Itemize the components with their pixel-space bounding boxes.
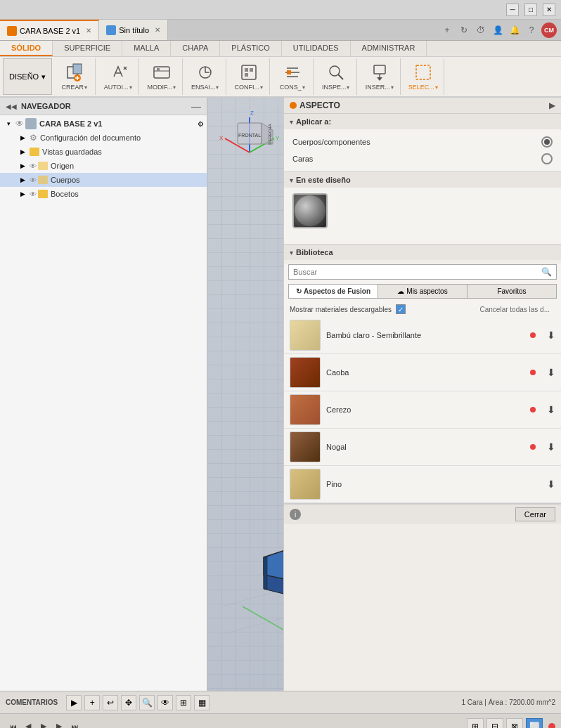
download-icon-caoba[interactable]: ⬇ [547, 367, 555, 378]
maximize-button[interactable]: □ [524, 4, 537, 16]
aspecto-panel: ASPECTO ▶ ▾ Aplicar a: Cuerpos/component… [283, 98, 561, 691]
nav-cube[interactable]: Z Y X FRONTAL DERECHA [218, 103, 278, 156]
svg-rect-10 [157, 68, 160, 71]
close-panel-button[interactable]: Cerrar [515, 507, 555, 521]
toolbar-item-autoi[interactable]: AUTOI... ▾ [101, 60, 136, 92]
download-icon-bambu[interactable]: ⬇ [547, 330, 555, 341]
nav-eye-bocetos[interactable]: 👁 [30, 190, 37, 198]
design-button[interactable]: DISEÑO ▾ [3, 58, 52, 95]
nav-item-cuerpos[interactable]: ▶ 👁 Cuerpos [0, 173, 207, 187]
move-button[interactable]: ✥ [121, 695, 136, 710]
download-icon-pino[interactable]: ⬇ [547, 479, 555, 490]
tab-chapa[interactable]: CHAPA [171, 41, 220, 56]
player-prev[interactable]: ◀ [21, 720, 35, 729]
nav-expand-vistas[interactable]: ▶ [17, 146, 28, 157]
tab-superficie[interactable]: SUPERFICIE [53, 41, 122, 56]
material-thumb-cerezo [290, 394, 321, 425]
list-item[interactable]: Bambú claro - Semibrillante ⬇ [284, 317, 561, 354]
player-tool-4-active[interactable]: ⬜ [526, 718, 543, 729]
lib-tab-favoritos[interactable]: Favoritos [468, 285, 556, 298]
mostrar-checkbox[interactable]: ✓ [396, 304, 406, 314]
search-input[interactable] [293, 268, 539, 276]
notification-button[interactable]: 🔔 [508, 23, 522, 37]
player-tool-1[interactable]: ⊞ [467, 718, 484, 729]
lib-tab-mis-label: Mis aspectos [406, 287, 447, 295]
user-avatar[interactable]: CM [541, 22, 557, 38]
list-item[interactable]: Cerezo ⬇ [284, 391, 561, 429]
toolbar-item-confi[interactable]: CONFI... ▾ [231, 60, 266, 92]
en-este-diseno-header[interactable]: ▾ En este diseño [284, 172, 561, 188]
material-preview[interactable] [292, 193, 328, 228]
view-button[interactable]: 👁 [157, 695, 173, 710]
svg-text:Z: Z [250, 110, 254, 116]
list-item[interactable]: Pino ⬇ [284, 466, 561, 503]
toolbar-item-crear[interactable]: CREAR ▾ [57, 60, 92, 92]
viewport[interactable]: Z Y X FRONTAL DERECHA [207, 98, 283, 691]
list-item[interactable]: Nogal ⬇ [284, 429, 561, 466]
lib-tab-fusion[interactable]: ↻ Aspectos de Fusion [289, 285, 378, 298]
new-tab-button[interactable]: + [440, 23, 454, 37]
toolbar-item-inser[interactable]: INSER... ▾ [362, 60, 397, 92]
nav-settings-root[interactable]: ⚙ [198, 120, 204, 128]
tab-plastico[interactable]: PLÁSTICO [220, 41, 281, 56]
toolbar-item-selec[interactable]: SELEC... ▾ [406, 60, 441, 92]
biblioteca-header[interactable]: ▾ Biblioteca [284, 245, 561, 260]
add-button[interactable]: + [84, 695, 100, 710]
download-icon-cerezo[interactable]: ⬇ [547, 404, 555, 415]
list-item[interactable]: Caoba ⬇ [284, 354, 561, 391]
aplicar-a-header[interactable]: ▾ Aplicar a: [284, 114, 561, 129]
player-tool-3[interactable]: ⊠ [506, 718, 523, 729]
tab-sin-titulo[interactable]: Sin título ✕ [99, 20, 168, 40]
panel-title: ASPECTO [299, 100, 546, 110]
nav-item-vistas[interactable]: ▶ Vistas guardadas [0, 145, 207, 159]
panel-expand-button[interactable]: ▶ [549, 100, 555, 110]
player-play[interactable]: ▶ [37, 720, 51, 729]
nav-expand-config[interactable]: ▶ [17, 132, 28, 143]
nav-item-config[interactable]: ▶ ⚙ Configuración del documento [0, 131, 207, 145]
nav-item-origen[interactable]: ▶ 👁 Origen [0, 159, 207, 173]
play-button[interactable]: ▶ [66, 695, 82, 710]
tab-close-sin-titulo[interactable]: ✕ [155, 26, 160, 34]
tab-utilidades[interactable]: UTILIDADES [282, 41, 351, 56]
download-icon-nogal[interactable]: ⬇ [547, 441, 555, 453]
undo-button[interactable]: ↩ [103, 695, 118, 710]
clock-button[interactable]: ⏱ [474, 23, 488, 37]
radio-caras-input[interactable] [541, 153, 553, 164]
player-prev-prev[interactable]: ⏮ [6, 720, 20, 729]
tab-administrar[interactable]: ADMINISTRAR [351, 41, 427, 56]
nav-visibility-root[interactable]: 👁 [15, 119, 24, 129]
grid-button[interactable]: ⊞ [176, 695, 191, 710]
nav-eye-cuerpos[interactable]: 👁 [30, 176, 37, 184]
toolbar-item-modif[interactable]: MODIF... ▾ [144, 60, 179, 92]
player-next-next[interactable]: ⏭ [67, 720, 82, 729]
radio-cuerpos-input[interactable] [541, 136, 553, 148]
nav-expand-root[interactable]: ▾ [3, 118, 14, 129]
nav-back-arrow[interactable]: ◀◀ [6, 103, 17, 110]
nav-expand-bocetos[interactable]: ▶ [17, 188, 28, 200]
nav-item-bocetos[interactable]: ▶ 👁 Bocetos [0, 187, 207, 201]
minimize-button[interactable]: ─ [506, 4, 519, 16]
zoom-button[interactable]: 🔍 [139, 695, 155, 710]
toolbar-item-const[interactable]: CONS_ ▾ [275, 60, 310, 92]
player-tool-2[interactable]: ⊟ [486, 718, 503, 729]
nav-eye-origen[interactable]: 👁 [30, 162, 37, 170]
tab-solido[interactable]: SÓLIDO [0, 41, 53, 56]
refresh-button[interactable]: ↻ [457, 23, 471, 37]
nav-minimize-button[interactable]: — [191, 100, 201, 112]
help-button[interactable]: ? [524, 23, 539, 37]
tab-malla[interactable]: MALLA [122, 41, 171, 56]
navigator-panel: ◀◀ NAVEGADOR — ▾ 👁 CARA BASE 2 v1 ⚙ ▶ ⚙ … [0, 98, 207, 691]
toolbar-item-inspe[interactable]: INSPE... ▾ [318, 60, 354, 92]
nav-expand-origen[interactable]: ▶ [17, 160, 28, 171]
player-next[interactable]: ▶ [52, 720, 66, 729]
user-icon: 👤 [491, 23, 505, 37]
nav-item-root[interactable]: ▾ 👁 CARA BASE 2 v1 ⚙ [0, 117, 207, 131]
tab-close-cara-base[interactable]: ✕ [86, 27, 91, 34]
material-list: Bambú claro - Semibrillante ⬇ Caoba ⬇ [284, 317, 561, 503]
nav-expand-cuerpos[interactable]: ▶ [17, 174, 28, 186]
close-button[interactable]: ✕ [543, 4, 555, 16]
tab-cara-base[interactable]: CARA BASE 2 v1 ✕ [0, 20, 99, 40]
display-button[interactable]: ▦ [194, 695, 209, 710]
lib-tab-mis[interactable]: ☁ Mis aspectos [378, 285, 468, 298]
toolbar-item-ensai[interactable]: ENSAI... ▾ [188, 60, 223, 92]
